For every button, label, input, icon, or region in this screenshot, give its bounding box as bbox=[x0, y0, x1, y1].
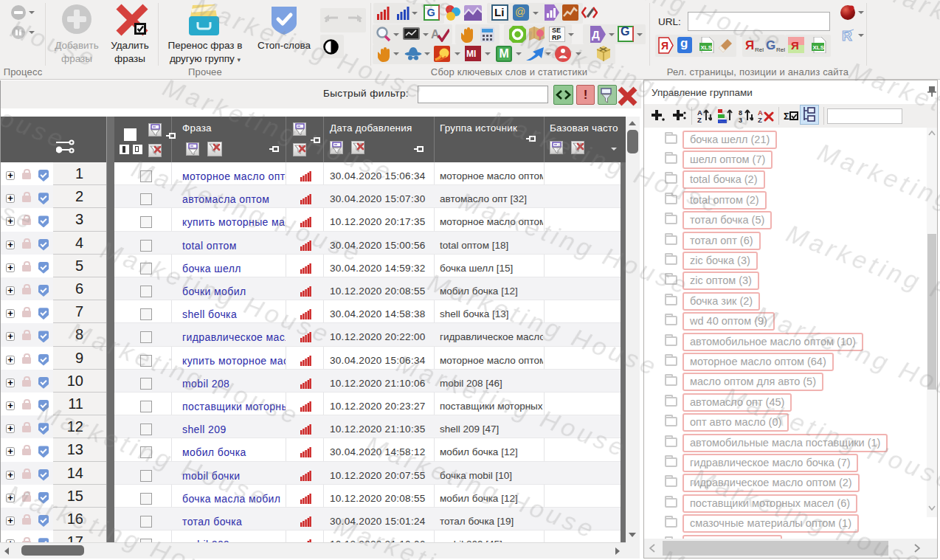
svg-text:G: G bbox=[766, 38, 775, 52]
svg-text:8: 8 bbox=[739, 109, 742, 117]
svg-text:Z: Z bbox=[758, 116, 762, 123]
svg-text:Я: Я bbox=[661, 40, 668, 52]
svg-text:Я: Я bbox=[745, 38, 754, 52]
svg-text:Rel: Rel bbox=[776, 46, 785, 53]
svg-text:XLS: XLS bbox=[701, 44, 713, 51]
svg-text:A: A bbox=[431, 28, 440, 41]
svg-text:Д: Д bbox=[592, 28, 600, 41]
svg-text:3: 3 bbox=[739, 117, 742, 123]
svg-text:Rel: Rel bbox=[755, 46, 764, 53]
svg-text:Z: Z bbox=[697, 116, 702, 123]
svg-text:Я: Я bbox=[791, 39, 799, 52]
svg-text:Σ: Σ bbox=[784, 111, 789, 122]
svg-text:XLS: XLS bbox=[813, 44, 825, 51]
